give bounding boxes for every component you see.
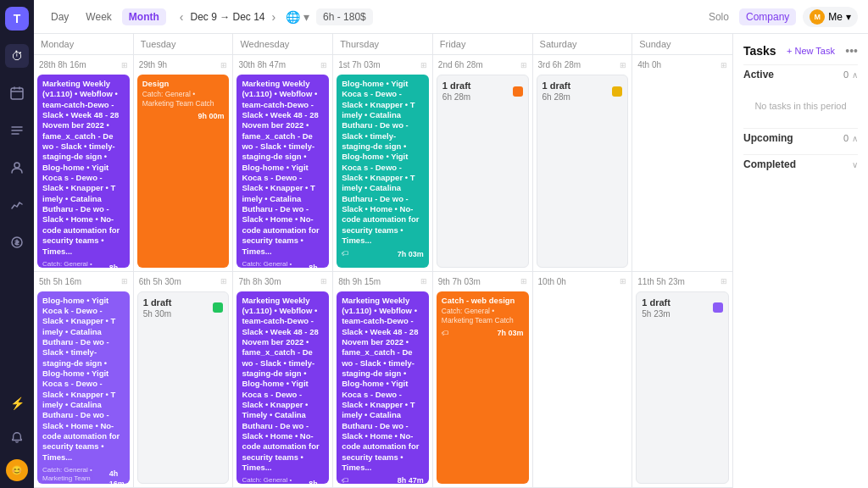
sidebar-item-dollar[interactable] <box>5 230 29 254</box>
company-toggle-button[interactable]: Company <box>739 8 796 25</box>
day-number-2: 2nd 6h 28m <box>438 60 483 69</box>
event-duration: 8h 47m <box>309 480 324 484</box>
draft-event-2[interactable]: 1 draft 6h 28m <box>437 75 529 268</box>
draft-info: 1 draft 6h 28m <box>442 80 471 103</box>
day-header-saturday: Saturday <box>533 34 633 54</box>
day-cell-8: 8th 9h 15m ⊞ Marketing Weekly (v1.110) •… <box>333 272 433 488</box>
month-view-button[interactable]: Month <box>122 8 166 25</box>
event-title: Blog-home • Yigit Koca s - Dewo - Slack … <box>342 79 424 247</box>
event-title: Marketing Weekly (v1.110) • Webflow • te… <box>42 79 125 257</box>
day-10-icon: ⊞ <box>620 277 626 286</box>
day-cell-9-header: 9th 7h 03m ⊞ <box>437 275 529 289</box>
event-blog-5[interactable]: Blog-home • Yigit Koca k - Dewo - Slack … <box>37 291 130 485</box>
weeks-container: 28th 8h 16m ⊞ Marketing Weekly (v1.110) … <box>34 55 732 488</box>
completed-section-header[interactable]: Completed ∨ <box>743 154 858 174</box>
sidebar-item-clock[interactable]: ⏱ <box>5 44 29 68</box>
event-footer: Catch: General • Marketing Team Catch 8h… <box>242 476 324 484</box>
day-7-icon: ⊞ <box>320 277 327 286</box>
user-menu-button[interactable]: M Me ▾ <box>803 7 858 27</box>
day-cell-8-header: 8th 9h 15m ⊞ <box>337 275 429 289</box>
day-cell-29: 29th 9h ⊞ Design Catch: General • Market… <box>134 55 234 271</box>
draft-event-6[interactable]: 1 draft 5h 30m <box>137 291 230 485</box>
new-task-button[interactable]: + New Task <box>787 46 835 56</box>
day-5-icon: ⊞ <box>121 277 128 286</box>
event-marketing-30[interactable]: Marketing Weekly (v1.110) • Webflow • te… <box>236 75 329 268</box>
day-cell-4: 4th 0h ⊞ <box>632 55 732 271</box>
day-cell-30: 30th 8h 47m ⊞ Marketing Weekly (v1.110) … <box>233 55 333 271</box>
active-section-header[interactable]: Active 0 ∧ <box>743 64 858 84</box>
sidebar: T ⏱ ⚡ 😊 <box>0 0 34 488</box>
day-3-icon: ⊞ <box>620 61 626 69</box>
event-tag: 🏷 <box>342 250 348 258</box>
sidebar-item-chart[interactable] <box>5 193 29 217</box>
day-number-5: 5th 5h 16m <box>39 277 81 286</box>
day-number-28: 28th 8h 16m <box>39 60 86 69</box>
draft-count: 1 draft <box>542 80 571 92</box>
event-footer: Catch: General • Marketing Team Catch 4h… <box>42 466 125 484</box>
sidebar-bottom: ⚡ 😊 <box>5 391 29 481</box>
day-cell-1: 1st 7h 03m ⊞ Blog-home • Yigit Koca s - … <box>333 55 433 271</box>
event-marketing-8[interactable]: Marketing Weekly (v1.110) • Webflow • te… <box>337 291 429 485</box>
day-9-icon: ⊞ <box>520 277 527 286</box>
event-design-29[interactable]: Design Catch: General • Marketing Team C… <box>137 75 230 268</box>
day-cell-2: 2nd 6h 28m ⊞ 1 draft 6h 28m <box>433 55 533 271</box>
sidebar-item-bell[interactable] <box>5 425 29 449</box>
event-duration: 9h 00m <box>198 112 224 122</box>
tasks-title: Tasks <box>743 44 776 58</box>
week-row-1: 28th 8h 16m ⊞ Marketing Weekly (v1.110) … <box>34 55 732 272</box>
upcoming-section-label: Upcoming <box>743 132 793 144</box>
duration-display: 6h - 180$ <box>316 8 373 25</box>
day-cell-5: 5th 5h 16m ⊞ Blog-home • Yigit Koca k - … <box>34 272 134 488</box>
event-footer: 🏷 7h 03m <box>442 329 524 339</box>
day-view-button[interactable]: Day <box>44 8 75 25</box>
day-header-tuesday: Tuesday <box>134 34 234 54</box>
sidebar-item-people[interactable] <box>5 156 29 180</box>
week-view-button[interactable]: Week <box>79 8 118 25</box>
day-header-thursday: Thursday <box>333 34 433 54</box>
draft-row: 1 draft 6h 28m <box>442 80 523 103</box>
day-cell-2-header: 2nd 6h 28m ⊞ <box>437 58 529 72</box>
event-tag: 🏷 <box>342 477 348 484</box>
draft-event-11[interactable]: 1 draft 5h 23m <box>636 291 729 485</box>
sidebar-item-calendar[interactable] <box>5 81 29 105</box>
solo-toggle-button[interactable]: Solo <box>702 8 736 25</box>
next-nav-button[interactable]: › <box>269 8 280 25</box>
day-cell-10-header: 10th 0h ⊞ <box>537 275 629 289</box>
color-dot-purple <box>713 302 723 313</box>
event-catch-9[interactable]: Catch - web design Catch: General • Mark… <box>437 291 529 485</box>
day-headers: Monday Tuesday Wednesday Thursday Friday… <box>34 34 732 55</box>
day-number-11: 11th 5h 23m <box>637 277 685 286</box>
event-blog-1[interactable]: Blog-home • Yigit Koca s - Dewo - Slack … <box>337 75 429 268</box>
app-logo[interactable]: T <box>5 7 29 30</box>
topbar: Day Week Month ‹ Dec 9 → Dec 14 › 🌐 ▾ 6h… <box>34 0 868 34</box>
day-cell-1-header: 1st 7h 03m ⊞ <box>337 58 429 72</box>
date-navigator: ‹ Dec 9 → Dec 14 › <box>176 8 279 25</box>
tasks-more-button[interactable]: ••• <box>845 44 858 58</box>
user-avatar-small: M <box>810 9 825 25</box>
draft-row: 1 draft 5h 30m <box>143 297 224 319</box>
event-footer: Catch: General • Marketing Team Catch 8h… <box>242 260 324 268</box>
completed-section-label: Completed <box>743 158 796 170</box>
svg-rect-0 <box>11 88 23 99</box>
sidebar-item-lightning[interactable]: ⚡ <box>5 391 29 415</box>
event-marketing-7[interactable]: Marketing Weekly (v1.110) • Webflow • te… <box>236 291 329 485</box>
event-title: Design <box>142 79 225 89</box>
event-duration: 7h 03m <box>498 329 524 339</box>
event-duration: 8h 16m <box>109 263 125 268</box>
day-29-icon: ⊞ <box>220 61 227 69</box>
draft-row: 1 draft 5h 23m <box>642 297 723 319</box>
upcoming-section-header[interactable]: Upcoming 0 ∧ <box>743 128 858 147</box>
day-28-icon: ⊞ <box>121 61 128 69</box>
day-11-icon: ⊞ <box>721 277 727 286</box>
event-marketing-weekly-28[interactable]: Marketing Weekly (v1.110) • Webflow • te… <box>37 75 130 268</box>
day-number-1: 1st 7h 03m <box>338 60 380 69</box>
timezone-button[interactable]: 🌐 ▾ <box>286 10 309 24</box>
prev-nav-button[interactable]: ‹ <box>176 8 187 25</box>
color-dot-green <box>213 302 223 313</box>
user-avatar[interactable]: 😊 <box>6 459 28 481</box>
draft-event-3[interactable]: 1 draft 6h 28m <box>537 75 629 268</box>
event-title: Catch - web design <box>442 296 524 306</box>
event-footer: 🏷 8h 47m <box>342 476 424 484</box>
sidebar-item-list[interactable] <box>5 119 29 142</box>
draft-info: 1 draft 5h 23m <box>642 297 670 319</box>
